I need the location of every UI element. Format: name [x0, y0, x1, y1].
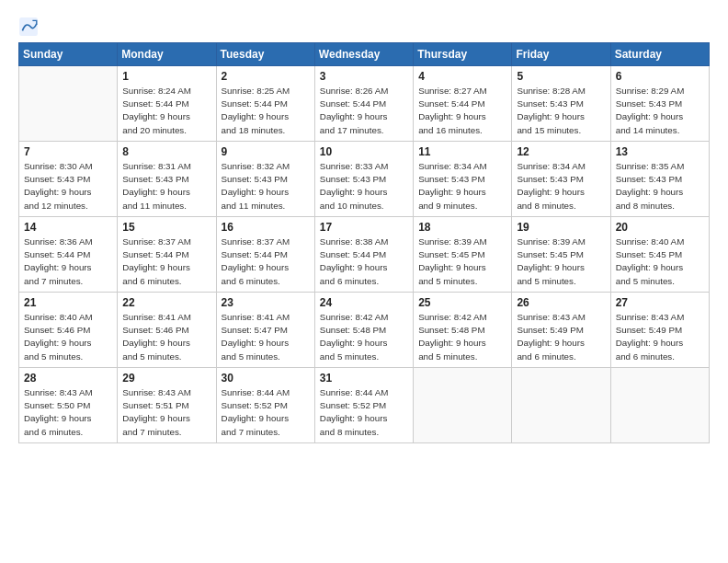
day-info: Sunrise: 8:43 AMSunset: 5:49 PMDaylight:…: [517, 311, 605, 363]
calendar-cell: 31Sunrise: 8:44 AMSunset: 5:52 PMDayligh…: [314, 368, 413, 443]
day-number: 4: [418, 70, 506, 83]
day-number: 12: [517, 145, 605, 158]
day-info: Sunrise: 8:34 AMSunset: 5:43 PMDaylight:…: [517, 160, 605, 213]
calendar-cell: 5Sunrise: 8:28 AMSunset: 5:43 PMDaylight…: [512, 66, 610, 142]
calendar-cell: 24Sunrise: 8:42 AMSunset: 5:48 PMDayligh…: [314, 293, 413, 368]
calendar-cell: 22Sunrise: 8:41 AMSunset: 5:46 PMDayligh…: [118, 293, 216, 368]
day-info: Sunrise: 8:39 AMSunset: 5:45 PMDaylight:…: [418, 236, 506, 288]
column-header-friday: Friday: [512, 43, 610, 66]
day-number: 25: [418, 296, 506, 309]
header: [18, 17, 710, 37]
column-header-thursday: Thursday: [414, 43, 512, 66]
logo-icon: [18, 17, 39, 37]
calendar-cell: 6Sunrise: 8:29 AMSunset: 5:43 PMDaylight…: [610, 66, 709, 142]
calendar-cell: [414, 368, 512, 443]
day-info: Sunrise: 8:25 AMSunset: 5:44 PMDaylight:…: [222, 85, 310, 137]
day-info: Sunrise: 8:36 AMSunset: 5:44 PMDaylight:…: [24, 236, 112, 288]
calendar-cell: 14Sunrise: 8:36 AMSunset: 5:44 PMDayligh…: [19, 217, 118, 293]
calendar-cell: 20Sunrise: 8:40 AMSunset: 5:45 PMDayligh…: [610, 217, 709, 293]
day-info: Sunrise: 8:38 AMSunset: 5:44 PMDaylight:…: [320, 236, 408, 288]
calendar-week-row: 21Sunrise: 8:40 AMSunset: 5:46 PMDayligh…: [19, 293, 710, 368]
day-number: 14: [24, 221, 112, 234]
day-number: 27: [616, 296, 704, 309]
column-header-saturday: Saturday: [610, 43, 709, 66]
calendar-cell: [19, 66, 118, 142]
calendar-cell: 23Sunrise: 8:41 AMSunset: 5:47 PMDayligh…: [216, 293, 314, 368]
day-number: 21: [24, 296, 112, 309]
calendar-cell: 2Sunrise: 8:25 AMSunset: 5:44 PMDaylight…: [216, 66, 314, 142]
day-info: Sunrise: 8:43 AMSunset: 5:51 PMDaylight:…: [122, 386, 210, 439]
column-header-tuesday: Tuesday: [216, 43, 314, 66]
logo: [18, 17, 42, 37]
calendar-cell: 15Sunrise: 8:37 AMSunset: 5:44 PMDayligh…: [118, 217, 216, 293]
calendar-cell: 26Sunrise: 8:43 AMSunset: 5:49 PMDayligh…: [512, 293, 610, 368]
day-info: Sunrise: 8:30 AMSunset: 5:43 PMDaylight:…: [24, 160, 112, 213]
calendar-cell: 8Sunrise: 8:31 AMSunset: 5:43 PMDaylight…: [118, 142, 216, 217]
calendar-cell: 28Sunrise: 8:43 AMSunset: 5:50 PMDayligh…: [19, 368, 118, 443]
calendar-week-row: 28Sunrise: 8:43 AMSunset: 5:50 PMDayligh…: [19, 368, 710, 443]
day-number: 8: [122, 145, 210, 158]
day-number: 9: [222, 145, 310, 158]
calendar-cell: 17Sunrise: 8:38 AMSunset: 5:44 PMDayligh…: [314, 217, 413, 293]
calendar-cell: 27Sunrise: 8:43 AMSunset: 5:49 PMDayligh…: [610, 293, 709, 368]
day-info: Sunrise: 8:41 AMSunset: 5:46 PMDaylight:…: [122, 311, 210, 363]
calendar-cell: 10Sunrise: 8:33 AMSunset: 5:43 PMDayligh…: [314, 142, 413, 217]
day-number: 30: [222, 372, 310, 385]
calendar-cell: 7Sunrise: 8:30 AMSunset: 5:43 PMDaylight…: [19, 142, 118, 217]
day-info: Sunrise: 8:40 AMSunset: 5:45 PMDaylight:…: [616, 236, 704, 288]
calendar-week-row: 7Sunrise: 8:30 AMSunset: 5:43 PMDaylight…: [19, 142, 710, 217]
calendar-cell: 29Sunrise: 8:43 AMSunset: 5:51 PMDayligh…: [118, 368, 216, 443]
day-number: 10: [320, 145, 408, 158]
day-number: 26: [517, 296, 605, 309]
page: SundayMondayTuesdayWednesdayThursdayFrid…: [0, 0, 728, 563]
day-info: Sunrise: 8:28 AMSunset: 5:43 PMDaylight:…: [517, 85, 605, 137]
day-number: 16: [222, 221, 310, 234]
day-info: Sunrise: 8:34 AMSunset: 5:43 PMDaylight:…: [418, 160, 506, 213]
day-info: Sunrise: 8:35 AMSunset: 5:43 PMDaylight:…: [616, 160, 704, 213]
day-number: 15: [122, 221, 210, 234]
day-info: Sunrise: 8:32 AMSunset: 5:43 PMDaylight:…: [222, 160, 310, 213]
day-number: 29: [122, 372, 210, 385]
calendar-cell: 9Sunrise: 8:32 AMSunset: 5:43 PMDaylight…: [216, 142, 314, 217]
calendar-cell: 18Sunrise: 8:39 AMSunset: 5:45 PMDayligh…: [414, 217, 512, 293]
day-info: Sunrise: 8:37 AMSunset: 5:44 PMDaylight:…: [222, 236, 310, 288]
day-info: Sunrise: 8:31 AMSunset: 5:43 PMDaylight:…: [122, 160, 210, 213]
calendar-cell: 21Sunrise: 8:40 AMSunset: 5:46 PMDayligh…: [19, 293, 118, 368]
day-info: Sunrise: 8:40 AMSunset: 5:46 PMDaylight:…: [24, 311, 112, 363]
day-number: 13: [616, 145, 704, 158]
day-info: Sunrise: 8:43 AMSunset: 5:49 PMDaylight:…: [616, 311, 704, 363]
day-info: Sunrise: 8:37 AMSunset: 5:44 PMDaylight:…: [122, 236, 210, 288]
day-info: Sunrise: 8:39 AMSunset: 5:45 PMDaylight:…: [517, 236, 605, 288]
day-number: 24: [320, 296, 408, 309]
calendar-cell: 13Sunrise: 8:35 AMSunset: 5:43 PMDayligh…: [610, 142, 709, 217]
calendar-cell: [512, 368, 610, 443]
calendar-cell: 4Sunrise: 8:27 AMSunset: 5:44 PMDaylight…: [414, 66, 512, 142]
day-number: 18: [418, 221, 506, 234]
calendar-cell: [610, 368, 709, 443]
calendar-cell: 3Sunrise: 8:26 AMSunset: 5:44 PMDaylight…: [314, 66, 413, 142]
day-info: Sunrise: 8:44 AMSunset: 5:52 PMDaylight:…: [320, 386, 408, 439]
day-info: Sunrise: 8:42 AMSunset: 5:48 PMDaylight:…: [418, 311, 506, 363]
column-header-wednesday: Wednesday: [314, 43, 413, 66]
day-info: Sunrise: 8:44 AMSunset: 5:52 PMDaylight:…: [222, 386, 310, 439]
calendar-week-row: 14Sunrise: 8:36 AMSunset: 5:44 PMDayligh…: [19, 217, 710, 293]
day-number: 7: [24, 145, 112, 158]
calendar-cell: 11Sunrise: 8:34 AMSunset: 5:43 PMDayligh…: [414, 142, 512, 217]
calendar-cell: 19Sunrise: 8:39 AMSunset: 5:45 PMDayligh…: [512, 217, 610, 293]
day-number: 3: [320, 70, 408, 83]
day-number: 17: [320, 221, 408, 234]
day-info: Sunrise: 8:41 AMSunset: 5:47 PMDaylight:…: [222, 311, 310, 363]
day-number: 6: [616, 70, 704, 83]
day-number: 20: [616, 221, 704, 234]
day-number: 1: [122, 70, 210, 83]
day-number: 31: [320, 372, 408, 385]
day-number: 5: [517, 70, 605, 83]
day-info: Sunrise: 8:24 AMSunset: 5:44 PMDaylight:…: [122, 85, 210, 137]
day-info: Sunrise: 8:33 AMSunset: 5:43 PMDaylight:…: [320, 160, 408, 213]
calendar-cell: 1Sunrise: 8:24 AMSunset: 5:44 PMDaylight…: [118, 66, 216, 142]
day-number: 28: [24, 372, 112, 385]
day-number: 23: [222, 296, 310, 309]
day-info: Sunrise: 8:42 AMSunset: 5:48 PMDaylight:…: [320, 311, 408, 363]
day-number: 2: [222, 70, 310, 83]
calendar-week-row: 1Sunrise: 8:24 AMSunset: 5:44 PMDaylight…: [19, 66, 710, 142]
